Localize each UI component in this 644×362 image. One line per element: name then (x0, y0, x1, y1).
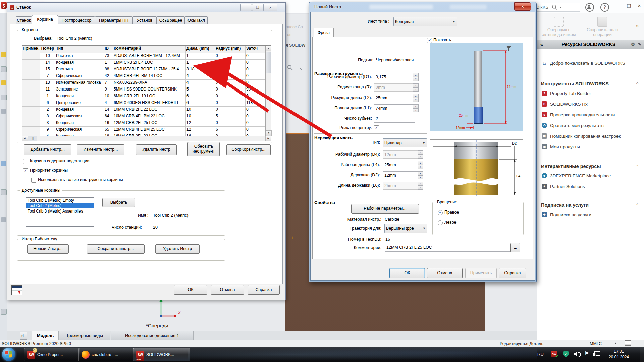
update-tool-button[interactable]: Обновитьинструмент (187, 142, 220, 156)
toolbar-icon[interactable] (1, 309, 7, 315)
pin-icon[interactable]: ✒ (636, 41, 643, 48)
tab-motion-study[interactable]: Исследование движения 1 (111, 331, 194, 340)
tab-stanok[interactable]: Станок (16, 16, 32, 24)
help-button[interactable]: Справка (248, 285, 280, 295)
tray-solidworks-icon[interactable]: SW ✓ (551, 351, 557, 357)
l1-input[interactable]: 74mm (374, 104, 415, 112)
d2-spinner[interactable]: ▲▼ (418, 171, 423, 179)
scroll-left-icon[interactable]: ◀ (22, 136, 28, 141)
substations-checkbox[interactable] (23, 159, 28, 164)
chevron-up-icon[interactable]: ^ (636, 202, 638, 207)
comment-options-button[interactable]: ≡ (510, 243, 520, 252)
antivirus-shield-icon[interactable]: ✓ (563, 351, 569, 357)
comment-input[interactable]: 12MM CRB 2FL 25 LOC (385, 243, 512, 252)
crib-list[interactable]: Tool Crib 1 (Metric) Empty Tool Crib 2 (… (26, 197, 94, 227)
taskbar-window-properties[interactable]: SW ? Окно Proper... (24, 348, 80, 361)
gear-icon[interactable]: ⚙ (631, 42, 635, 47)
ok-button[interactable]: ОК (389, 268, 425, 278)
language-indicator[interactable]: RU (537, 352, 544, 357)
remove-tool-button[interactable]: Удалить инстр (136, 144, 177, 155)
close-button[interactable]: × (514, 2, 531, 11)
edit-tool-button[interactable]: Изменить инстр... (77, 144, 124, 155)
welcome-link[interactable]: ⌂ Добро пожаловать в SOLIDWORKS (542, 60, 625, 66)
tab-axis-tilt[interactable]: ОсьНакл (185, 16, 208, 24)
resource-partner-solutions[interactable]: ✦Partner Solutions (542, 184, 585, 189)
cancel-button[interactable]: Отмена (211, 285, 244, 295)
table-row[interactable]: 3Концевая1612MM CRB 2FL 25 LOC1200 (22, 120, 271, 127)
crib-list-item[interactable]: Tool Crib 1 (Metric) Empty (26, 198, 94, 203)
column-header[interactable]: Радиус (mm) (215, 46, 246, 53)
ok-button[interactable]: ОК (174, 285, 207, 295)
save-crib-tools-button[interactable]: СохрКорзИнстр... (226, 144, 271, 155)
zoom-tool-icon[interactable] (287, 65, 293, 71)
save-plan-button[interactable]: Сохранить планоперации (579, 27, 626, 37)
taskbar-solidworks[interactable]: SW 2020 SOLIDWORK... (133, 348, 190, 361)
resource-3dexperience[interactable]: ◈3DEXPERIENCE Marketplace (542, 173, 611, 178)
show-preview-checkbox[interactable]: ✓ (427, 38, 432, 43)
overflow-chevron-icon[interactable]: » (636, 23, 639, 28)
crib-list-item[interactable]: Tool Crib 3 (Metric) Assemblies (26, 208, 94, 214)
crib-priority-checkbox[interactable]: ✓ (23, 168, 28, 173)
tool-table-header-row[interactable]: Примен.НомерТипIDКомментарийДиам. (mm)Ра… (22, 46, 271, 53)
table-row[interactable]: 7Сферическая424MM CRB 4FL BM 14 LOC420 (22, 73, 271, 80)
tool-table[interactable]: Примен.НомерТипIDКомментарийДиам. (mm)Ра… (22, 45, 271, 136)
tab-ustanov[interactable]: Установ (132, 16, 157, 24)
table-row[interactable]: 15Расточка88ADJUSTABLE BORE 12.7MM - 25.… (22, 66, 271, 73)
toolbar-icon[interactable] (1, 217, 6, 222)
table-row[interactable]: 9Сферическая6512MM CRB 4FL BM 25 LOC1260 (22, 127, 271, 133)
table-row[interactable]: 10Расточка73ADJUSTABLE BORE 1MM - 12.7MM… (22, 53, 271, 60)
toolbar-icon[interactable] (1, 161, 6, 166)
work-parameters-button[interactable]: Рабочие параметры... (351, 204, 419, 214)
start-button[interactable] (2, 348, 15, 361)
toolbar-icon[interactable] (1, 109, 6, 114)
show-desktop-button[interactable] (640, 347, 644, 362)
save-tool-button[interactable]: Сохранить инстр... (87, 244, 145, 254)
tab-3d-views[interactable]: Трехмерные виды (59, 331, 110, 340)
shank-type-combo[interactable]: Цилиндр▼ (383, 138, 427, 147)
account-icon[interactable] (585, 3, 594, 12)
tab-nav-button[interactable]: ▸▏ (20, 332, 27, 340)
resource-solidworks-rx[interactable]: SSOLIDWORKS Rx (542, 101, 588, 107)
help-icon[interactable]: ? (600, 3, 609, 12)
select-crib-button[interactable]: Выбрать (102, 198, 135, 207)
table-row[interactable]: 13Измерительная головка7N-5003-2289-00-A… (22, 80, 271, 86)
toolbar-icon[interactable] (1, 189, 7, 195)
collapse-panel-icon[interactable]: « (540, 42, 543, 47)
teeth-input[interactable]: 2 (374, 115, 415, 123)
table-vertical-scrollbar[interactable]: ▲ ▼ (265, 46, 271, 136)
scroll-up-icon[interactable]: ▲ (266, 46, 271, 51)
rotation-left-radio[interactable] (438, 220, 443, 225)
action-center-flag-icon[interactable]: ⚑ (584, 350, 589, 357)
table-row[interactable]: 11Зенкование95MM HSS 90DEG COUNTERSINK50… (22, 86, 271, 93)
resource-performance-check[interactable]: SПроверка производительности (542, 112, 615, 117)
l4-spinner[interactable]: ▲▼ (418, 161, 423, 169)
units-dropdown-icon[interactable]: ▴ (615, 341, 616, 345)
table-row[interactable]: 2Концевая1410MM CRB 2FL 22 LOC1000 (22, 107, 271, 113)
column-header[interactable]: Диам. (mm) (186, 46, 215, 53)
rotation-right-radio[interactable] (438, 210, 443, 215)
toolpath-for-combo[interactable]: Вершины фре▼ (384, 224, 427, 233)
taskbar-firefox[interactable]: cnc-club.ru - ... (78, 348, 134, 361)
toolbar-icon[interactable] (1, 66, 7, 72)
column-header[interactable]: Заточ (246, 46, 260, 53)
toolbar-icon[interactable] (1, 52, 6, 57)
tool-type-combo[interactable]: Концевая▼ (393, 17, 457, 26)
toolbar-icon[interactable] (1, 95, 7, 100)
column-header[interactable]: ID (104, 46, 113, 53)
close-button[interactable]: × (635, 3, 643, 10)
l4-input[interactable]: 25mm (383, 161, 420, 169)
column-header[interactable]: Номер (40, 46, 55, 53)
add-tool-button[interactable]: Добавить инстр... (24, 144, 71, 155)
scrollbar-thumb[interactable] (266, 52, 271, 73)
column-header[interactable]: Комментарий (113, 46, 186, 53)
new-tool-button[interactable]: Новый Инстр... (27, 244, 69, 254)
l1-spinner[interactable]: ▲▼ (413, 104, 419, 112)
clock[interactable]: 17:31 20.01.2024 (604, 349, 634, 360)
search-icon[interactable] (552, 4, 558, 10)
resource-my-products[interactable]: ▣Мои продукты (542, 144, 580, 149)
help-button[interactable]: Справка (499, 268, 526, 278)
minimize-button[interactable]: — (613, 4, 622, 10)
close-button[interactable]: × (263, 4, 277, 11)
search-dropdown-icon[interactable]: ▾ (560, 6, 561, 9)
network-icon[interactable] (593, 351, 600, 356)
